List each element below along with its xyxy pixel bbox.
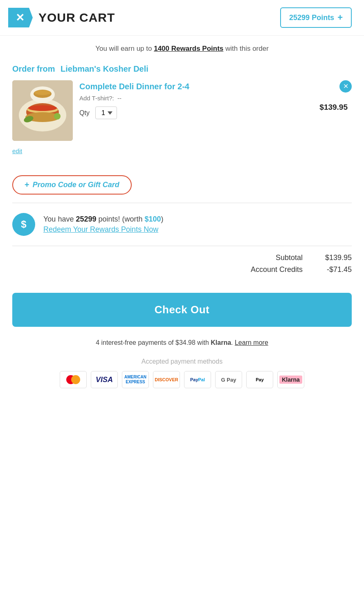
rewards-before: You have (43, 215, 76, 223)
googlepay-icon: G Pay (215, 371, 242, 388)
addon-label: Add T-shirt?: (79, 95, 114, 102)
visa-text: VISA (96, 376, 113, 384)
edit-link[interactable]: edit (12, 145, 352, 155)
klarna-period: . (231, 339, 235, 346)
visa-icon: VISA (91, 371, 118, 388)
cart-header: ✕ YOUR CART 25299 Points + (0, 0, 364, 36)
amex-icon: AMERICANEXPRESS (122, 371, 149, 388)
rewards-worth-value: $100 (145, 215, 161, 223)
addon-value: -- (117, 95, 121, 102)
item-name: Complete Deli Dinner for 2-4 (79, 82, 313, 91)
payment-icons-row: VISA AMERICANEXPRESS DISCOVER PayPal G P… (12, 371, 352, 388)
promo-section: + Promo Code or Gift Card (0, 159, 364, 203)
food-illustration (12, 80, 73, 141)
payment-methods-label: Accepted payment methods (12, 358, 352, 365)
rewards-after: ) (161, 215, 164, 223)
rewards-middle: points! (worth (96, 215, 144, 223)
banner-text-after: with this order (223, 45, 269, 52)
subtotal-row: Subtotal $139.95 (12, 253, 352, 262)
promo-plus-icon: + (25, 180, 29, 190)
mc-logo (66, 375, 80, 384)
klarna-badge-text: Klarna (279, 376, 302, 384)
rewards-points-text: You have 25299 points! (worth $100) (43, 215, 164, 224)
gpay-text: G Pay (221, 377, 236, 383)
payment-methods-section: Accepted payment methods VISA AMERICANEX… (0, 351, 364, 401)
item-details: Complete Deli Dinner for 2-4 Add T-shirt… (79, 80, 313, 119)
order-from-header: Order from Liebman's Kosher Deli (12, 64, 352, 74)
amex-text: AMERICANEXPRESS (124, 375, 146, 385)
discover-text: DISCOVER (155, 377, 178, 382)
subtotal-value: $139.95 (315, 253, 352, 262)
rewards-redeem-section: $ You have 25299 points! (worth $100) Re… (0, 203, 364, 246)
item-qty-row: Qty 1 2 3 4 5 (79, 106, 313, 119)
checkout-button[interactable]: Check Out (12, 293, 352, 327)
banner-points-text: 1400 Rewards Points (154, 45, 223, 52)
item-image (12, 80, 73, 141)
svg-point-10 (34, 90, 51, 95)
credits-value: -$71.45 (315, 265, 352, 274)
applepay-text: Pay (256, 377, 264, 382)
cart-item: Complete Deli Dinner for 2-4 Add T-shirt… (12, 80, 352, 145)
order-section: Order from Liebman's Kosher Deli (0, 57, 364, 159)
rewards-earn-banner: You will earn up to 1400 Rewards Points … (0, 36, 364, 57)
restaurant-name: Liebman's Kosher Deli (61, 64, 148, 73)
klarna-icon: Klarna (277, 371, 304, 388)
klarna-info: 4 interest-free payments of $34.98 with … (0, 335, 364, 351)
mc-yellow-circle (71, 375, 80, 384)
credits-label: Account Credits (251, 265, 303, 274)
banner-text-before: You will earn up to (95, 45, 154, 52)
remove-icon: ✕ (343, 83, 348, 90)
paypal-icon: PayPal (184, 371, 211, 388)
paypal-text: PayPal (190, 377, 205, 382)
svg-point-7 (54, 113, 61, 120)
klarna-brand: Klarna (211, 339, 231, 346)
rewards-info: You have 25299 points! (worth $100) Rede… (43, 215, 164, 234)
dollar-sign: $ (21, 219, 26, 230)
item-addon: Add T-shirt?: -- (79, 95, 313, 102)
points-plus-icon: + (337, 12, 343, 23)
promo-label: Promo Code or Gift Card (33, 181, 119, 189)
qty-label: Qty (79, 109, 90, 117)
rewards-points-value: 25299 (76, 215, 96, 223)
order-from-label: Order from (12, 64, 55, 73)
promo-button[interactable]: + Promo Code or Gift Card (12, 175, 132, 195)
logo-icon: ✕ (8, 8, 33, 27)
klarna-text: 4 interest-free payments of $34.98 with (96, 339, 211, 346)
redeem-link[interactable]: Redeem Your Rewards Points Now (43, 225, 164, 234)
mastercard-icon (60, 371, 87, 388)
rewards-dollar-icon: $ (12, 213, 35, 236)
discover-icon: DISCOVER (153, 371, 180, 388)
klarna-learn-more-link[interactable]: Learn more (235, 339, 268, 346)
remove-item-button[interactable]: ✕ (339, 80, 352, 93)
points-value: 25299 Points (289, 14, 334, 22)
page-title: YOUR CART (38, 11, 115, 25)
subtotal-label: Subtotal (276, 253, 303, 262)
qty-select[interactable]: 1 2 3 4 5 (95, 106, 117, 119)
credits-row: Account Credits -$71.45 (12, 265, 352, 274)
applepay-icon: Pay (246, 371, 273, 388)
totals-section: Subtotal $139.95 Account Credits -$71.45 (0, 246, 364, 285)
svg-point-4 (28, 105, 57, 111)
header-left: ✕ YOUR CART (8, 8, 115, 27)
points-button[interactable]: 25299 Points + (280, 7, 352, 28)
